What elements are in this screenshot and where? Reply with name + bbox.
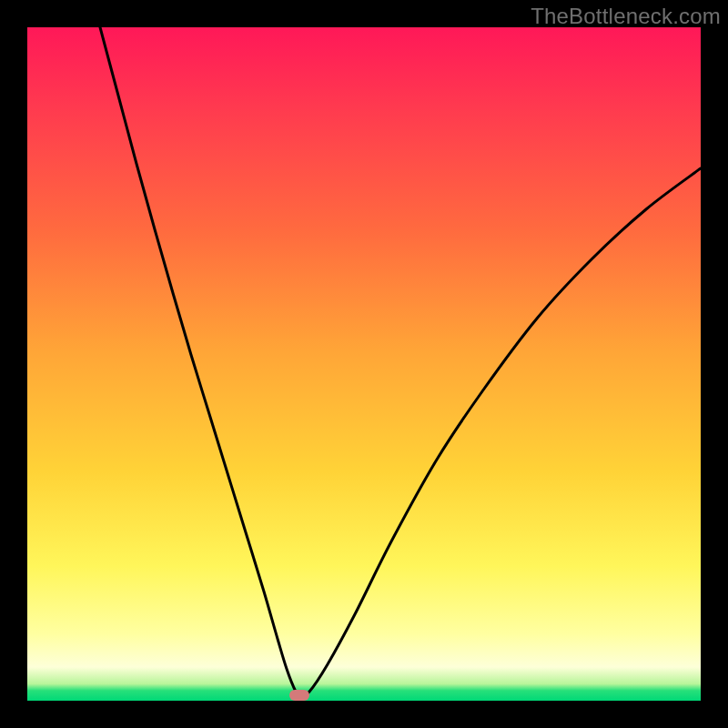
watermark-text: TheBottleneck.com	[531, 4, 721, 29]
optimum-marker	[289, 690, 309, 701]
bottleneck-curve	[100, 27, 701, 696]
curve-svg	[27, 27, 701, 701]
chart-frame: TheBottleneck.com	[0, 0, 728, 728]
plot-area	[27, 27, 701, 701]
